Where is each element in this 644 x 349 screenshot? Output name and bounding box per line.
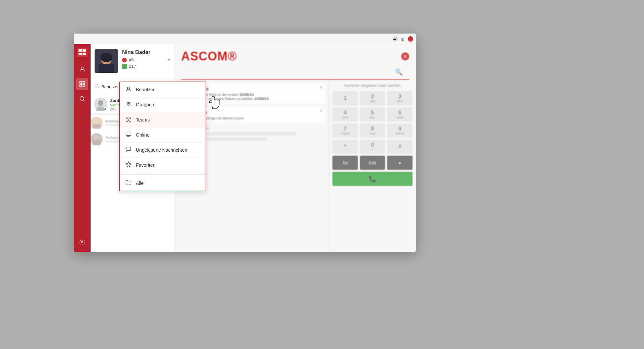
svg-rect-2 — [78, 53, 82, 55]
main-search-icon[interactable]: 🔍 — [395, 68, 402, 76]
message-close-icon-2[interactable]: ✕ — [319, 109, 323, 113]
filter-item-teams[interactable]: Teams — [120, 112, 206, 128]
close-button[interactable] — [408, 36, 413, 42]
ascom-logo: ASCOM® — [181, 49, 237, 63]
svg-rect-3 — [83, 53, 86, 55]
filter-label-alle: Alle — [136, 181, 200, 186]
dial-btn-9[interactable]: 9WXYZ — [387, 123, 413, 138]
bg-avatar-mathias — [91, 117, 103, 129]
filter-dropdown: Benutzer Gruppen Teams — [119, 82, 206, 191]
user-details: Nina Bader afk ▾ 217 — [122, 49, 170, 70]
sidebar-item-home[interactable] — [76, 63, 88, 75]
svg-point-10 — [82, 242, 83, 243]
filter-item-alle[interactable]: Alle — [120, 176, 206, 191]
dial-letters-4: GHI — [342, 116, 348, 119]
svg-point-29 — [129, 102, 130, 104]
dial-letters-2: ABC — [369, 100, 376, 103]
dialpad-placeholder-text: Nummer eingeben oder suchen — [332, 83, 413, 88]
extension-indicator — [122, 64, 127, 69]
svg-point-27 — [127, 87, 129, 89]
minimize-button[interactable]: − — [393, 37, 398, 41]
filter-item-benutzer[interactable]: Benutzer — [120, 82, 206, 97]
filter-label-teams: Teams — [136, 117, 200, 122]
search-icon[interactable] — [94, 83, 99, 90]
dial-letters-6: MNO — [396, 116, 404, 119]
dial-letters-0: + — [372, 148, 373, 151]
dial-btn-6[interactable]: 6MNO — [387, 107, 413, 121]
ascom-header: ASCOM® ✕ — [174, 44, 416, 68]
user-avatar — [95, 49, 118, 73]
user-status-text: afk — [129, 57, 135, 62]
dial-btn-star[interactable]: * — [332, 140, 358, 154]
filter-item-gruppen[interactable]: Gruppen — [120, 97, 206, 112]
filter-label-ungelesene: Ungelesene Nachrichten — [136, 147, 200, 153]
svg-rect-7 — [80, 85, 82, 87]
dial-btn-hash[interactable]: # — [387, 140, 413, 154]
svg-rect-13 — [99, 64, 114, 73]
call-button[interactable]: 📞 — [332, 172, 413, 186]
sidebar-logo — [77, 48, 88, 57]
main-section: ✕ Bitte Meetings Nachrichten und Klick i… — [174, 80, 416, 252]
main-search-input[interactable] — [188, 70, 395, 75]
dial-btn-0[interactable]: 0+ — [360, 140, 385, 154]
filter-label-online: Online — [136, 132, 200, 138]
user-profile-card: Nina Bader afk ▾ 217 — [91, 44, 174, 79]
dial-letters-5: JKL — [370, 116, 375, 119]
svg-rect-1 — [83, 49, 86, 52]
dialpad-section: Nummer eingeben oder suchen 1 2ABC 3DEF … — [329, 80, 416, 252]
gruppen-icon — [125, 101, 132, 108]
header-close-button[interactable]: ✕ — [401, 52, 409, 60]
main-content: ASCOM® ✕ 🔍 ✕ Bitte Meetings Nachrichten … — [174, 44, 416, 252]
dial-btn-5[interactable]: 5JKL — [360, 107, 385, 121]
del-button[interactable]: ● — [387, 156, 413, 170]
alle-icon — [125, 180, 132, 187]
dial-btn-2[interactable]: 2ABC — [360, 91, 385, 105]
bg-avatar-torben — [91, 133, 103, 145]
teams-icon — [125, 116, 132, 123]
edit-button[interactable]: Edit — [360, 156, 385, 170]
filter-label-gruppen: Gruppen — [136, 102, 200, 107]
settings-button[interactable]: ⚙ — [400, 37, 405, 41]
status-chevron-icon[interactable]: ▾ — [168, 58, 170, 62]
dial-letters-3: DEF — [397, 100, 403, 103]
svg-rect-5 — [80, 82, 82, 84]
dial-btn-8[interactable]: 8TUV — [360, 123, 385, 138]
online-indicator — [104, 107, 107, 111]
svg-point-24 — [94, 135, 99, 140]
filter-label-benutzer: Benutzer — [136, 87, 200, 92]
svg-point-17 — [98, 100, 103, 106]
dial-letters-9: WXYZ — [395, 132, 404, 135]
svg-point-9 — [80, 96, 84, 100]
svg-point-30 — [128, 118, 129, 119]
filter-divider — [120, 174, 206, 174]
dial-btn-1[interactable]: 1 — [332, 91, 358, 105]
favoriten-icon — [125, 161, 132, 169]
sidebar-item-contacts[interactable] — [76, 78, 88, 90]
title-bar: − ⚙ — [74, 34, 416, 44]
svg-rect-31 — [126, 132, 131, 136]
message-close-icon[interactable]: ✕ — [319, 85, 323, 90]
svg-point-28 — [127, 102, 129, 104]
tel-button[interactable]: Tel — [332, 156, 358, 170]
svg-rect-8 — [83, 85, 85, 87]
benutzer-icon — [125, 86, 132, 93]
online-icon — [125, 131, 132, 139]
dial-btn-7[interactable]: 7PQRS — [332, 123, 358, 138]
status-indicator-afk — [122, 58, 127, 62]
filter-item-online[interactable]: Online — [120, 128, 206, 143]
dial-actions: Tel Edit ● 📞 — [332, 156, 413, 186]
dial-btn-3[interactable]: 3DEF — [387, 91, 413, 105]
user-extension-row: 217 — [122, 64, 170, 69]
sidebar-item-search[interactable] — [76, 93, 88, 105]
svg-point-4 — [81, 67, 84, 69]
user-status-row: afk ▾ — [122, 57, 170, 62]
sidebar — [74, 44, 91, 252]
user-extension: 217 — [129, 64, 136, 69]
dialpad-grid: 1 2ABC 3DEF 4GHI 5JKL 6MNO 7PQRS 8TUV 9W… — [332, 91, 413, 154]
dial-btn-4[interactable]: 4GHI — [332, 107, 358, 121]
filter-item-ungelesene[interactable]: Ungelesene Nachrichten — [120, 143, 206, 158]
svg-marker-32 — [126, 162, 131, 167]
svg-rect-6 — [83, 82, 85, 84]
sidebar-item-settings[interactable] — [76, 236, 88, 248]
filter-item-favoriten[interactable]: Favoriten — [120, 158, 206, 173]
